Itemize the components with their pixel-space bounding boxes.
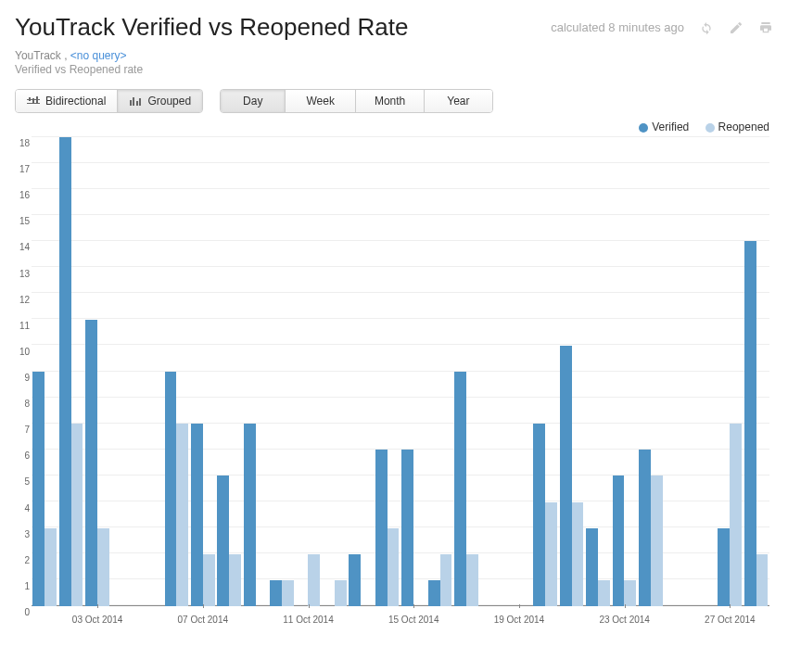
reopened-bar[interactable] xyxy=(176,424,188,606)
report-subtitle: Verified vs Reopened rate xyxy=(15,63,773,76)
x-tick-mark xyxy=(625,604,626,608)
breadcrumb: YouTrack , <no query> xyxy=(15,49,773,62)
reopened-bar[interactable] xyxy=(308,554,320,606)
reopened-bar[interactable] xyxy=(203,554,215,606)
verified-bar[interactable] xyxy=(32,372,44,606)
x-tick-label: 07 Oct 2014 xyxy=(178,615,228,625)
reopened-bar[interactable] xyxy=(730,424,742,606)
bar-group xyxy=(110,137,136,606)
verified-bar[interactable] xyxy=(217,475,229,606)
y-tick-label: 9 xyxy=(7,373,30,383)
verified-bar[interactable] xyxy=(718,528,730,606)
x-tick-mark xyxy=(519,604,520,608)
year-button[interactable]: Year xyxy=(425,90,491,112)
y-tick-label: 11 xyxy=(7,320,30,330)
verified-bar[interactable] xyxy=(613,475,625,606)
x-tick-mark xyxy=(413,604,414,608)
verified-bar[interactable] xyxy=(244,424,256,606)
edit-icon[interactable] xyxy=(729,20,744,35)
verified-bar[interactable] xyxy=(586,528,598,606)
x-tick-label: 27 Oct 2014 xyxy=(705,615,755,625)
y-tick-label: 1 xyxy=(7,580,30,590)
bar-group xyxy=(453,137,479,606)
verified-bar[interactable] xyxy=(270,580,282,606)
reopened-bar[interactable] xyxy=(756,554,769,606)
bar-group xyxy=(269,137,295,606)
verified-bar[interactable] xyxy=(349,554,361,606)
week-button[interactable]: Week xyxy=(286,90,355,112)
status-bar: calculated 8 minutes ago xyxy=(551,20,773,35)
bar-group xyxy=(84,137,110,606)
reopened-bar[interactable] xyxy=(651,475,663,606)
verified-bar[interactable] xyxy=(165,372,177,606)
x-tick-mark xyxy=(97,604,98,608)
reopened-bar[interactable] xyxy=(229,554,241,606)
verified-bar[interactable] xyxy=(744,241,756,606)
reopened-bar[interactable] xyxy=(388,528,400,606)
bar-group xyxy=(190,137,216,606)
grouped-icon xyxy=(129,96,142,106)
verified-bar[interactable] xyxy=(560,346,572,606)
x-tick-mark xyxy=(203,604,204,608)
bar-group xyxy=(57,137,83,606)
y-tick-label: 5 xyxy=(7,476,30,487)
grouped-button[interactable]: Grouped xyxy=(118,90,202,112)
x-tick-mark xyxy=(730,604,731,608)
chart-legend: Verified Reopened xyxy=(0,120,788,137)
verified-bar[interactable] xyxy=(401,450,413,606)
day-button[interactable]: Day xyxy=(221,90,286,112)
bidirectional-button[interactable]: Bidirectional xyxy=(16,90,118,112)
reopened-bar[interactable] xyxy=(335,580,347,606)
bar-group xyxy=(532,137,558,606)
month-button[interactable]: Month xyxy=(356,90,425,112)
bar-group xyxy=(216,137,242,606)
report-header: YouTrack Verified vs Reopened Rate calcu… xyxy=(0,0,788,76)
page-title: YouTrack Verified vs Reopened Rate xyxy=(15,13,408,42)
bar-group xyxy=(137,137,163,606)
y-tick-label: 8 xyxy=(7,399,30,409)
verified-bar[interactable] xyxy=(191,424,203,606)
verified-bar[interactable] xyxy=(428,580,440,606)
y-tick-label: 17 xyxy=(7,164,30,174)
bar-group xyxy=(348,137,374,606)
y-tick-label: 12 xyxy=(7,294,30,304)
verified-bar[interactable] xyxy=(85,320,97,606)
calculated-label: calculated 8 minutes ago xyxy=(551,20,684,34)
reopened-bar[interactable] xyxy=(71,424,83,606)
print-icon[interactable] xyxy=(758,20,773,35)
bar-group xyxy=(295,137,321,606)
reopened-bar[interactable] xyxy=(282,580,294,606)
reopened-bar[interactable] xyxy=(44,528,57,606)
verified-bar[interactable] xyxy=(533,424,545,606)
verified-bar[interactable] xyxy=(639,450,651,606)
verified-bar[interactable] xyxy=(59,137,71,606)
x-axis: 03 Oct 201407 Oct 201411 Oct 201415 Oct … xyxy=(32,608,769,628)
bar-group xyxy=(32,137,57,606)
verified-bar[interactable] xyxy=(454,372,466,606)
breadcrumb-query[interactable]: <no query> xyxy=(70,49,127,62)
x-tick-label: 11 Oct 2014 xyxy=(283,615,333,625)
reopened-bar[interactable] xyxy=(624,580,636,606)
y-tick-label: 16 xyxy=(7,190,30,200)
reopened-bar[interactable] xyxy=(572,502,584,606)
y-tick-label: 3 xyxy=(7,528,30,539)
bar-container xyxy=(32,137,769,606)
reopened-bar[interactable] xyxy=(598,580,610,606)
reopened-bar[interactable] xyxy=(440,554,452,606)
reopened-bar[interactable] xyxy=(97,528,109,606)
verified-bar[interactable] xyxy=(375,450,388,606)
x-tick-label: 19 Oct 2014 xyxy=(494,615,544,625)
y-tick-label: 14 xyxy=(7,242,30,252)
bar-group xyxy=(374,137,400,606)
bar-group xyxy=(400,137,426,606)
y-tick-label: 15 xyxy=(7,216,30,226)
y-tick-label: 18 xyxy=(7,138,30,148)
reopened-swatch xyxy=(705,123,715,133)
reopened-bar[interactable] xyxy=(466,554,478,606)
legend-reopened: Reopened xyxy=(718,120,769,133)
x-tick-label: 15 Oct 2014 xyxy=(388,615,438,625)
reopened-bar[interactable] xyxy=(545,502,557,606)
refresh-icon[interactable] xyxy=(699,20,714,35)
bidirectional-label: Bidirectional xyxy=(45,95,106,108)
x-tick-label: 23 Oct 2014 xyxy=(599,615,649,625)
